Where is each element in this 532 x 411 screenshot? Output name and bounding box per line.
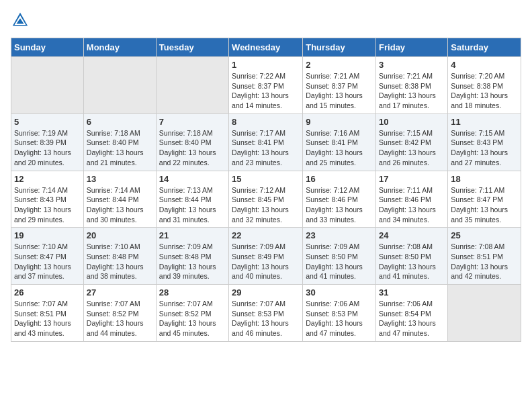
day-number: 7 (159, 117, 226, 127)
day-info: Sunrise: 7:18 AMSunset: 8:40 PMDaylight:… (87, 128, 153, 168)
day-number: 23 (306, 230, 373, 240)
day-number: 16 (306, 174, 373, 184)
calendar-cell (448, 285, 521, 342)
calendar-cell: 29Sunrise: 7:07 AMSunset: 8:53 PMDayligh… (229, 285, 303, 342)
calendar-cell: 25Sunrise: 7:08 AMSunset: 8:51 PMDayligh… (448, 228, 521, 285)
calendar-cell: 17Sunrise: 7:11 AMSunset: 8:46 PMDayligh… (376, 171, 448, 228)
day-header-friday: Friday (376, 38, 448, 57)
day-info: Sunrise: 7:20 AMSunset: 8:38 PMDaylight:… (451, 71, 518, 111)
day-info: Sunrise: 7:07 AMSunset: 8:52 PMDaylight:… (87, 299, 153, 338)
calendar-cell (11, 57, 84, 114)
calendar-cell: 4Sunrise: 7:20 AMSunset: 8:38 PMDaylight… (448, 57, 521, 114)
calendar-cell: 28Sunrise: 7:07 AMSunset: 8:52 PMDayligh… (156, 285, 228, 342)
day-number: 19 (14, 230, 81, 240)
day-number: 24 (379, 230, 445, 240)
day-info: Sunrise: 7:18 AMSunset: 8:40 PMDaylight:… (159, 128, 226, 168)
calendar-cell: 27Sunrise: 7:07 AMSunset: 8:52 PMDayligh… (83, 285, 156, 342)
week-row-3: 19Sunrise: 7:10 AMSunset: 8:47 PMDayligh… (11, 228, 521, 285)
day-info: Sunrise: 7:10 AMSunset: 8:47 PMDaylight:… (14, 242, 81, 281)
calendar-cell: 8Sunrise: 7:17 AMSunset: 8:41 PMDaylight… (229, 113, 303, 171)
calendar-cell (83, 57, 156, 114)
calendar-cell: 16Sunrise: 7:12 AMSunset: 8:46 PMDayligh… (303, 171, 376, 228)
day-number: 1 (232, 60, 300, 70)
day-number: 12 (14, 174, 81, 184)
calendar-cell: 24Sunrise: 7:08 AMSunset: 8:50 PMDayligh… (376, 228, 448, 285)
day-info: Sunrise: 7:08 AMSunset: 8:50 PMDaylight:… (379, 242, 445, 281)
day-number: 11 (451, 117, 518, 127)
calendar-cell: 14Sunrise: 7:13 AMSunset: 8:44 PMDayligh… (156, 171, 228, 228)
logo (11, 11, 32, 30)
day-header-saturday: Saturday (448, 38, 521, 57)
day-header-tuesday: Tuesday (156, 38, 228, 57)
day-info: Sunrise: 7:12 AMSunset: 8:46 PMDaylight:… (306, 185, 373, 225)
day-number: 9 (306, 117, 373, 127)
calendar-cell: 1Sunrise: 7:22 AMSunset: 8:37 PMDaylight… (229, 57, 303, 114)
calendar-cell: 5Sunrise: 7:19 AMSunset: 8:39 PMDaylight… (11, 113, 84, 171)
calendar-cell: 2Sunrise: 7:21 AMSunset: 8:37 PMDaylight… (303, 57, 376, 114)
calendar-cell: 22Sunrise: 7:09 AMSunset: 8:49 PMDayligh… (229, 228, 303, 285)
day-info: Sunrise: 7:08 AMSunset: 8:51 PMDaylight:… (451, 242, 518, 281)
day-number: 25 (451, 230, 518, 240)
day-info: Sunrise: 7:06 AMSunset: 8:54 PMDaylight:… (379, 299, 445, 338)
header-row: SundayMondayTuesdayWednesdayThursdayFrid… (11, 38, 521, 57)
week-row-4: 26Sunrise: 7:07 AMSunset: 8:51 PMDayligh… (11, 285, 521, 342)
calendar-cell: 7Sunrise: 7:18 AMSunset: 8:40 PMDaylight… (156, 113, 228, 171)
day-info: Sunrise: 7:11 AMSunset: 8:47 PMDaylight:… (451, 185, 518, 225)
calendar-cell: 3Sunrise: 7:21 AMSunset: 8:38 PMDaylight… (376, 57, 448, 114)
day-info: Sunrise: 7:14 AMSunset: 8:43 PMDaylight:… (14, 185, 81, 225)
day-number: 21 (159, 230, 226, 240)
day-number: 17 (379, 174, 445, 184)
day-info: Sunrise: 7:09 AMSunset: 8:48 PMDaylight:… (159, 242, 226, 281)
day-info: Sunrise: 7:10 AMSunset: 8:48 PMDaylight:… (87, 242, 153, 281)
day-number: 20 (87, 230, 153, 240)
week-row-2: 12Sunrise: 7:14 AMSunset: 8:43 PMDayligh… (11, 171, 521, 228)
day-number: 5 (14, 117, 81, 127)
day-number: 2 (306, 60, 373, 70)
day-info: Sunrise: 7:12 AMSunset: 8:45 PMDaylight:… (232, 185, 300, 225)
day-info: Sunrise: 7:07 AMSunset: 8:53 PMDaylight:… (232, 299, 300, 338)
calendar-cell: 13Sunrise: 7:14 AMSunset: 8:44 PMDayligh… (83, 171, 156, 228)
day-info: Sunrise: 7:16 AMSunset: 8:41 PMDaylight:… (306, 128, 373, 168)
day-number: 28 (159, 287, 226, 298)
day-number: 6 (87, 117, 153, 127)
calendar-cell: 20Sunrise: 7:10 AMSunset: 8:48 PMDayligh… (83, 228, 156, 285)
day-number: 8 (232, 117, 300, 127)
day-header-thursday: Thursday (303, 38, 376, 57)
day-info: Sunrise: 7:19 AMSunset: 8:39 PMDaylight:… (14, 128, 81, 168)
calendar-cell: 31Sunrise: 7:06 AMSunset: 8:54 PMDayligh… (376, 285, 448, 342)
calendar-cell: 23Sunrise: 7:09 AMSunset: 8:50 PMDayligh… (303, 228, 376, 285)
calendar-cell: 30Sunrise: 7:06 AMSunset: 8:53 PMDayligh… (303, 285, 376, 342)
calendar-cell: 9Sunrise: 7:16 AMSunset: 8:41 PMDaylight… (303, 113, 376, 171)
calendar-cell: 19Sunrise: 7:10 AMSunset: 8:47 PMDayligh… (11, 228, 84, 285)
day-number: 27 (87, 287, 153, 298)
day-info: Sunrise: 7:15 AMSunset: 8:43 PMDaylight:… (451, 128, 518, 168)
day-number: 10 (379, 117, 445, 127)
day-header-wednesday: Wednesday (229, 38, 303, 57)
day-info: Sunrise: 7:15 AMSunset: 8:42 PMDaylight:… (379, 128, 445, 168)
day-info: Sunrise: 7:17 AMSunset: 8:41 PMDaylight:… (232, 128, 300, 168)
day-number: 15 (232, 174, 300, 184)
day-number: 30 (306, 287, 373, 298)
calendar-cell: 26Sunrise: 7:07 AMSunset: 8:51 PMDayligh… (11, 285, 84, 342)
day-number: 29 (232, 287, 300, 298)
calendar-cell: 6Sunrise: 7:18 AMSunset: 8:40 PMDaylight… (83, 113, 156, 171)
day-info: Sunrise: 7:09 AMSunset: 8:49 PMDaylight:… (232, 242, 300, 281)
day-info: Sunrise: 7:14 AMSunset: 8:44 PMDaylight:… (87, 185, 153, 225)
calendar-table: SundayMondayTuesdayWednesdayThursdayFrid… (11, 38, 521, 342)
day-number: 14 (159, 174, 226, 184)
day-number: 31 (379, 287, 445, 298)
day-info: Sunrise: 7:07 AMSunset: 8:51 PMDaylight:… (14, 299, 81, 338)
day-info: Sunrise: 7:21 AMSunset: 8:38 PMDaylight:… (379, 71, 445, 111)
day-info: Sunrise: 7:21 AMSunset: 8:37 PMDaylight:… (306, 71, 373, 111)
day-info: Sunrise: 7:07 AMSunset: 8:52 PMDaylight:… (159, 299, 226, 338)
calendar-cell: 21Sunrise: 7:09 AMSunset: 8:48 PMDayligh… (156, 228, 228, 285)
day-number: 3 (379, 60, 445, 70)
day-number: 13 (87, 174, 153, 184)
week-row-1: 5Sunrise: 7:19 AMSunset: 8:39 PMDaylight… (11, 113, 521, 171)
day-number: 26 (14, 287, 81, 298)
day-number: 22 (232, 230, 300, 240)
day-header-sunday: Sunday (11, 38, 84, 57)
week-row-0: 1Sunrise: 7:22 AMSunset: 8:37 PMDaylight… (11, 57, 521, 114)
calendar-cell: 10Sunrise: 7:15 AMSunset: 8:42 PMDayligh… (376, 113, 448, 171)
day-header-monday: Monday (83, 38, 156, 57)
